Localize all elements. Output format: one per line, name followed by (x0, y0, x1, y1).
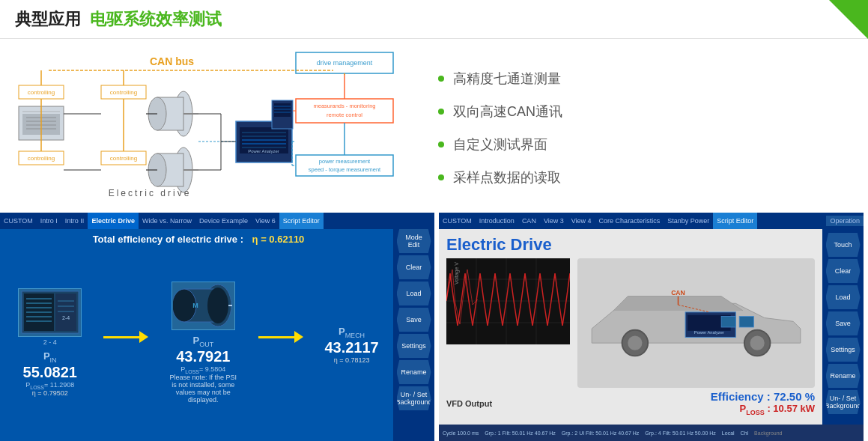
btn-load-left[interactable]: Load (397, 282, 431, 305)
svg-rect-59 (274, 103, 291, 117)
device-label-24: 2 - 4 (43, 338, 57, 346)
tab-custom-left[interactable]: CUSTOM (0, 213, 37, 229)
tab-introduction[interactable]: Introduction (476, 213, 518, 229)
btn-rename-left[interactable]: Rename (397, 360, 431, 384)
p-in-block: 2-4 2 - 4 PIN 55.0821 PLOSS= 11.2908 η =… (18, 288, 82, 398)
header-title-green: 电驱系统效率测试 (90, 8, 222, 31)
inverter-device: 2-4 (18, 288, 82, 337)
right-panel-content: Electric Drive (439, 229, 864, 425)
bullet-item-4: 采样点数据的读取 (438, 168, 648, 186)
tab-device-example[interactable]: Device Example (195, 213, 252, 229)
btn-save-left[interactable]: Save (397, 308, 431, 332)
left-panel-tabs: CUSTOM Intro I Intro II Electric Drive W… (0, 213, 434, 229)
ed-car-diagram: CAN Power Analyzer (577, 258, 815, 388)
arrow-1 (103, 329, 148, 344)
btn-mode-edit[interactable]: ModeEdit (397, 229, 431, 253)
svg-text:Power Analyzer: Power Analyzer (694, 330, 724, 335)
svg-text:measurands - monitoring: measurands - monitoring (314, 103, 376, 109)
upper-content: CAN bus drive management measurands - mo… (0, 39, 868, 213)
svg-rect-72 (55, 294, 76, 331)
btn-clear-left[interactable]: Clear (397, 255, 431, 279)
svg-text:CAN: CAN (671, 289, 685, 296)
tab-view3[interactable]: View 3 (540, 213, 568, 229)
arrow-line-1 (103, 336, 139, 338)
header-title-cn: 典型应用 (15, 8, 81, 31)
svg-text:controlling: controlling (110, 89, 137, 96)
tab-stanby-power[interactable]: Stanby Power (664, 213, 713, 229)
bullet-item-1: 高精度七通道测量 (438, 70, 648, 88)
p-loss1-value: PLOSS= 11.2908 (25, 381, 74, 390)
bottom-panels: CUSTOM Intro I Intro II Electric Drive W… (0, 213, 868, 441)
svg-point-92 (750, 336, 765, 350)
svg-point-80 (207, 288, 228, 323)
svg-text:power measurement: power measurement (319, 158, 371, 165)
btn-settings-right[interactable]: Settings (826, 338, 861, 362)
arrow-line-2 (258, 336, 294, 338)
btn-unset-bg-left[interactable]: Un- / SetBackground (397, 386, 431, 410)
ed-waveform-chart: Voltage V Voltage V (446, 258, 570, 344)
arrow-head-1 (139, 331, 148, 343)
header-accent (829, 0, 868, 39)
bullet-dot-1 (438, 76, 444, 82)
bullet-dot-3 (438, 142, 444, 147)
note-text: Please note: If the PSI is not installed… (169, 374, 237, 404)
p-out-block: M POUT 43.7921 PLOSS= 9.5804 Please note… (169, 282, 237, 404)
power-flow: 2-4 2 - 4 PIN 55.0821 PLOSS= 11.2908 η =… (7, 249, 389, 437)
tab-core-char[interactable]: Core Characteristics (595, 213, 664, 229)
svg-rect-98 (721, 317, 735, 327)
tab-operation[interactable]: Operation (826, 216, 864, 226)
tab-intro1[interactable]: Intro I (37, 213, 61, 229)
btn-rename-right[interactable]: Rename (826, 364, 861, 388)
voltage-axis-label: Voltage V (454, 262, 459, 285)
arrow-2 (258, 329, 303, 344)
efficiency-title: Total efficiency of electric drive : η =… (7, 234, 389, 245)
p-mech-block: PMECH 43.2117 η = 0.78123 (324, 321, 378, 364)
svg-text:Power Analyzer: Power Analyzer (248, 149, 279, 153)
tab-script-editor-left[interactable]: Script Editor (279, 213, 324, 229)
bottom-bar: Cycle 100.0 ms Grp.: 1 Filt: 50.01 Hz 40… (439, 425, 864, 441)
tab-custom-right[interactable]: CUSTOM (439, 213, 476, 229)
right-panel: CUSTOM Introduction CAN View 3 View 4 Co… (439, 213, 864, 441)
diagram-area: CAN bus drive management measurands - mo… (11, 46, 423, 204)
p-loss2-value: PLOSS= 9.5804 (180, 365, 225, 374)
p-in-label-group: PIN (43, 349, 57, 364)
ed-bottom-info: VFD Output Efficiency : 72.50 % PLOSS : … (446, 388, 815, 419)
arrow-head-2 (294, 331, 303, 343)
eta1-value: η = 0.79502 (32, 389, 68, 397)
bullet-section: 高精度七通道测量 双向高速CAN通讯 自定义测试界面 采样点数据的读取 (423, 46, 663, 209)
tab-view4[interactable]: View 4 (568, 213, 595, 229)
tab-script-editor-right[interactable]: Script Editor (713, 213, 757, 229)
svg-rect-99 (739, 317, 753, 327)
can-bus-label: CAN bus (150, 55, 194, 67)
tab-intro2[interactable]: Intro II (61, 213, 88, 229)
left-panel-buttons: ModeEdit Clear Load Save Settings Rename… (393, 213, 434, 441)
electric-drive-text: Electric drive (109, 188, 192, 198)
ed-title: Electric Drive (446, 235, 815, 255)
p-out-value: 43.7921 (176, 348, 230, 365)
vfd-label: VFD Output (446, 399, 492, 408)
bullet-item-3: 自定义测试界面 (438, 136, 648, 153)
efficiency-value: Efficiency : 72.50 % (711, 390, 815, 403)
btn-clear-right[interactable]: Clear (826, 259, 861, 283)
svg-text:M: M (193, 302, 199, 309)
btn-unset-bg-right[interactable]: Un- / SetBackground (826, 390, 861, 414)
tab-electric-drive[interactable]: Electric Drive (88, 213, 139, 229)
efficiency-display: Efficiency : 72.50 % PLOSS : 10.57 kW (711, 390, 815, 416)
btn-load-right[interactable]: Load (826, 285, 861, 309)
p-out-label-group: POUT (192, 333, 213, 348)
svg-text:controlling: controlling (28, 89, 55, 96)
tab-wide-narrow[interactable]: Wide vs. Narrow (139, 213, 195, 229)
motor-device: M (172, 282, 235, 330)
right-panel-tabs: CUSTOM Introduction CAN View 3 View 4 Co… (439, 213, 864, 229)
electric-drive-content: Electric Drive (439, 229, 822, 425)
btn-settings-left[interactable]: Settings (397, 334, 431, 358)
tab-can[interactable]: CAN (518, 213, 540, 229)
right-panel-sidebar: Touch Clear Load Save Settings Rename Un… (822, 229, 864, 425)
system-diagram: CAN bus drive management measurands - mo… (11, 46, 423, 204)
tab-view6[interactable]: View 6 (252, 213, 279, 229)
btn-touch[interactable]: Touch (826, 233, 861, 257)
svg-text:2-4: 2-4 (62, 315, 70, 320)
ploss-display: PLOSS : 10.57 kW (711, 403, 815, 416)
svg-text:remote control: remote control (327, 112, 362, 118)
btn-save-right[interactable]: Save (826, 311, 861, 335)
